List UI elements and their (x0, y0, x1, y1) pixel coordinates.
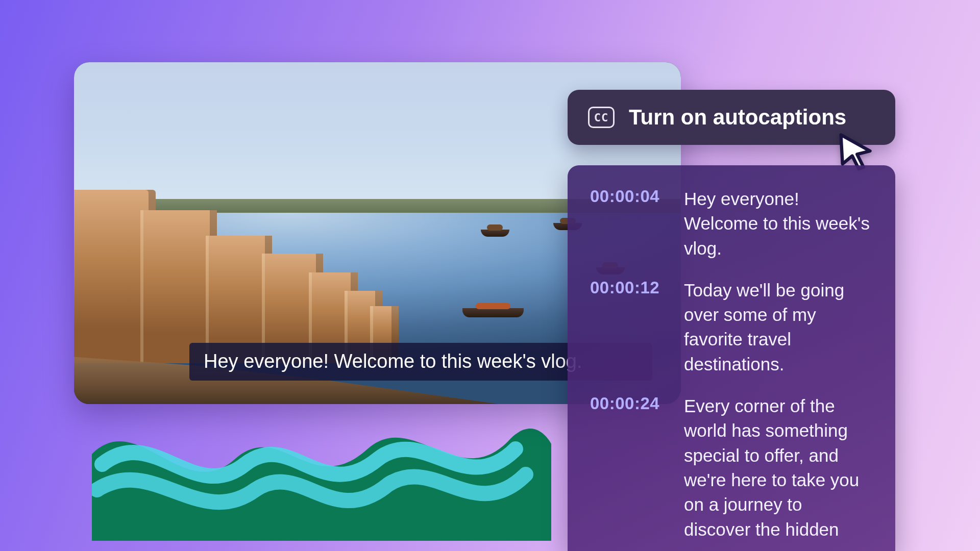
turn-on-autocaptions-button[interactable]: CC Turn on autocaptions (568, 90, 895, 145)
transcript-text: Hey everyone! Welcome to this week's vlo… (684, 187, 873, 261)
transcript-entry[interactable]: 00:00:24 Every corner of the world has s… (590, 394, 873, 542)
app-canvas: Hey everyone! Welcome to this week's vlo… (0, 0, 980, 551)
transcript-panel[interactable]: 00:00:04 Hey everyone! Welcome to this w… (568, 165, 895, 551)
transcript-text: Every corner of the world has something … (684, 394, 873, 542)
transcript-text: Today we'll be going over some of my fav… (684, 278, 873, 377)
transcript-timestamp: 00:00:24 (590, 394, 676, 542)
video-scene-boat (462, 308, 524, 317)
transcript-entry[interactable]: 00:00:12 Today we'll be going over some … (590, 278, 873, 377)
autocaptions-button-label: Turn on autocaptions (629, 105, 846, 130)
transcript-timestamp: 00:00:12 (590, 278, 676, 377)
video-scene-buildings (74, 151, 421, 363)
transcript-timestamp: 00:00:04 (590, 187, 676, 261)
video-scene-boat (481, 230, 509, 237)
closed-captions-icon: CC (588, 107, 615, 128)
transcript-entry[interactable]: 00:00:04 Hey everyone! Welcome to this w… (590, 187, 873, 261)
